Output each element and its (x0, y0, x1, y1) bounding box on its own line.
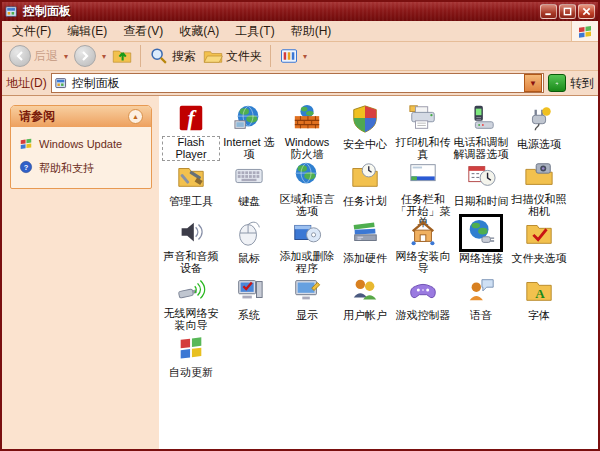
control-panel-item[interactable]: 文件夹选项 (510, 214, 568, 271)
item-label: 文件夹选项 (511, 252, 568, 266)
views-button[interactable]: ▾ (277, 45, 310, 67)
svg-text:A: A (535, 286, 545, 301)
address-value: 控制面板 (72, 75, 120, 92)
content-area: 请参阅 ▲ Windows Update?帮助和支持 fFlash Player… (2, 96, 598, 449)
go-button[interactable] (548, 74, 566, 92)
control-panel-item[interactable]: 电话和调制解调器选项 (452, 100, 510, 157)
speech-icon (459, 271, 503, 309)
item-label: 显示 (295, 309, 319, 323)
menu-item[interactable]: 工具(T) (227, 21, 282, 42)
chevron-up-icon[interactable]: ▲ (128, 109, 143, 124)
control-panel-item[interactable]: 无线网络安装向导 (162, 271, 220, 328)
control-panel-item[interactable]: 任务栏和「开始」菜单 (394, 157, 452, 214)
control-panel-item[interactable]: 电源选项 (510, 100, 568, 157)
back-dropdown-caret[interactable]: ▾ (63, 52, 69, 61)
folders-icon (203, 46, 223, 66)
folder-options-icon (517, 214, 561, 252)
control-panel-item[interactable]: 用户帐户 (336, 271, 394, 328)
power-options-icon (517, 100, 561, 138)
item-label: 任务计划 (342, 195, 388, 209)
control-panel-item[interactable]: 添加或删除程序 (278, 214, 336, 271)
control-panel-item[interactable]: 网络连接 (452, 214, 510, 271)
control-panel-item[interactable]: Internet 选项 (220, 100, 278, 157)
see-also-panel: 请参阅 ▲ Windows Update?帮助和支持 (10, 105, 152, 189)
window-icon (5, 5, 19, 19)
windows-logo-icon (571, 21, 598, 41)
control-panel-item[interactable]: 游戏控制器 (394, 271, 452, 328)
control-panel-item[interactable]: 安全中心 (336, 100, 394, 157)
minimize-button[interactable] (540, 4, 557, 19)
control-panel-item[interactable]: 声音和音频设备 (162, 214, 220, 271)
control-panel-item[interactable]: 系统 (220, 271, 278, 328)
control-panel-item[interactable]: 扫描仪和照相机 (510, 157, 568, 214)
control-panel-item[interactable]: A字体 (510, 271, 568, 328)
up-button[interactable] (110, 45, 134, 67)
see-also-title: 请参阅 (19, 108, 55, 125)
network-setup-wizard-icon (401, 214, 445, 250)
automatic-updates-icon (169, 328, 213, 366)
control-panel-item[interactable]: 区域和语言选项 (278, 157, 336, 214)
menu-item[interactable]: 编辑(E) (59, 21, 115, 42)
control-panel-item[interactable]: 任务计划 (336, 157, 394, 214)
menu-item[interactable]: 文件(F) (4, 21, 59, 42)
menu-item[interactable]: 收藏(A) (171, 21, 227, 42)
toolbar: 后退 ▾ ▾ 搜索 文件夹 ▾ (2, 42, 598, 71)
mouse-icon (227, 214, 271, 252)
control-panel-item[interactable]: 网络安装向导 (394, 214, 452, 271)
windows-firewall-icon (285, 100, 329, 136)
control-panel-item[interactable]: 键盘 (220, 157, 278, 214)
maximize-button[interactable] (559, 4, 576, 19)
phone-and-modem-icon (459, 100, 503, 136)
folders-button[interactable]: 文件夹 (201, 45, 264, 67)
search-button[interactable]: 搜索 (147, 45, 198, 67)
control-panel-item[interactable]: 添加硬件 (336, 214, 394, 271)
back-button[interactable]: 后退 (7, 44, 60, 68)
item-label: 日期和时间 (453, 195, 510, 209)
sidebar-item[interactable]: Windows Update (19, 136, 145, 152)
sounds-audio-icon (169, 214, 213, 250)
see-also-header[interactable]: 请参阅 ▲ (11, 106, 151, 127)
item-label: 游戏控制器 (395, 309, 452, 323)
flash-player-icon: f (169, 100, 213, 136)
control-panel-item[interactable]: 自动更新 (162, 328, 220, 385)
toolbar-separator (270, 45, 271, 67)
sidebar-item[interactable]: ?帮助和支持 (19, 160, 145, 176)
see-also-body: Windows Update?帮助和支持 (11, 127, 151, 188)
close-button[interactable] (578, 4, 595, 19)
keyboard-icon (227, 157, 271, 195)
windows-logo-icon (19, 136, 33, 152)
address-dropdown-button[interactable]: ▼ (524, 74, 542, 92)
folders-label: 文件夹 (226, 48, 262, 65)
item-label: 安全中心 (342, 138, 388, 152)
item-label: 用户帐户 (342, 309, 388, 323)
address-input[interactable]: 控制面板 ▼ (51, 73, 544, 93)
menu-item[interactable]: 查看(V) (115, 21, 171, 42)
internet-options-icon (227, 100, 271, 136)
fonts-icon: A (517, 271, 561, 309)
search-icon (149, 46, 169, 66)
item-label: 系统 (237, 309, 261, 323)
control-panel-item[interactable]: Windows 防火墙 (278, 100, 336, 157)
control-panel-item[interactable]: 打印机和传真 (394, 100, 452, 157)
forward-button[interactable] (72, 44, 98, 68)
forward-dropdown-caret[interactable]: ▾ (101, 52, 107, 61)
go-label: 转到 (570, 75, 594, 92)
control-panel-item[interactable]: fFlash Player (162, 100, 220, 157)
regional-language-icon (285, 157, 329, 193)
control-panel-item[interactable]: 显示 (278, 271, 336, 328)
menu-item[interactable]: 帮助(H) (283, 21, 340, 42)
control-panel-item[interactable]: 日期和时间 (452, 157, 510, 214)
control-panel-item[interactable]: 语音 (452, 271, 510, 328)
control-panel-item[interactable]: 管理工具 (162, 157, 220, 214)
sidebar-item-label: Windows Update (39, 138, 122, 150)
item-label: 添加硬件 (342, 252, 388, 266)
main-pane: fFlash PlayerInternet 选项Windows 防火墙安全中心打… (159, 96, 598, 449)
game-controllers-icon (401, 271, 445, 309)
control-panel-item[interactable]: 鼠标 (220, 214, 278, 271)
svg-text:?: ? (24, 163, 29, 172)
back-label: 后退 (34, 48, 58, 65)
display-icon (285, 271, 329, 309)
item-label: 自动更新 (168, 366, 214, 380)
wireless-network-wizard-icon (169, 271, 213, 307)
printers-and-faxes-icon (401, 100, 445, 136)
